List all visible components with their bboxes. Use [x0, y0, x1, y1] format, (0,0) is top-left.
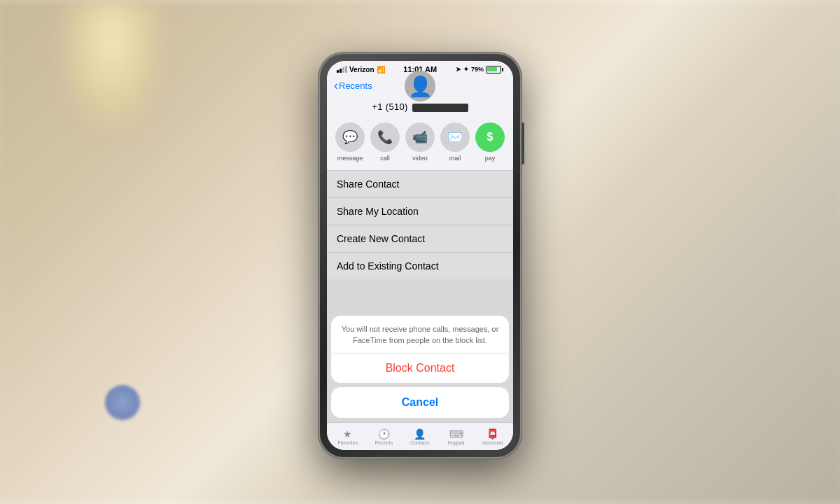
video-label: video [412, 155, 428, 162]
pay-button[interactable]: $ pay [475, 122, 505, 162]
signal-bars [337, 66, 347, 73]
avatar-person-icon: 👤 [408, 75, 433, 98]
contacts-label: Contacts [410, 440, 430, 445]
voicemail-label: Voicemail [482, 440, 503, 445]
mail-icon: ✉️ [440, 122, 470, 152]
block-sheet-card: You will not receive phone calls, messag… [331, 316, 509, 383]
action-buttons-row: 💬 message 📞 call 📹 video ✉️ [327, 115, 513, 171]
tab-favorites[interactable]: ★ Favorites [330, 428, 366, 445]
add-existing-item[interactable]: Add to Existing Contact [327, 253, 513, 279]
block-message: You will not receive phone calls, messag… [331, 316, 509, 354]
favorites-label: Favorites [337, 440, 358, 445]
video-icon: 📹 [405, 122, 435, 152]
message-button[interactable]: 💬 message [335, 122, 365, 162]
tab-contacts[interactable]: 👤 Contacts [402, 428, 438, 445]
bluetooth-icon: ✦ [463, 66, 469, 73]
message-label: message [337, 155, 363, 162]
video-button[interactable]: 📹 video [405, 122, 435, 162]
recents-label: Recents [375, 440, 393, 445]
block-contact-button[interactable]: Block Contact [331, 354, 509, 383]
carrier-label: Verizon [349, 66, 374, 74]
share-contact-item[interactable]: Share Contact [327, 171, 513, 198]
tab-recents[interactable]: 🕐 Recents [366, 428, 402, 445]
status-left: Verizon 📶 [337, 66, 385, 74]
voicemail-icon: 📮 [486, 428, 498, 440]
keypad-label: Keypad [448, 440, 465, 445]
pay-icon: $ [475, 122, 505, 152]
create-contact-label: Create New Contact [337, 233, 425, 244]
call-icon: 📞 [370, 122, 400, 152]
add-existing-label: Add to Existing Contact [337, 260, 439, 272]
contacts-icon: 👤 [414, 428, 426, 440]
recents-icon: 🕐 [378, 428, 390, 440]
cancel-card: Cancel [331, 387, 509, 418]
cancel-button[interactable]: Cancel [331, 387, 509, 418]
call-button[interactable]: 📞 call [370, 122, 400, 162]
share-contact-label: Share Contact [337, 178, 400, 190]
back-chevron-icon: ‹ [334, 79, 338, 92]
call-label: call [380, 155, 390, 162]
tab-keypad[interactable]: ⌨ Keypad [438, 428, 475, 445]
pay-label: pay [485, 155, 496, 162]
message-icon: 💬 [335, 122, 365, 152]
keypad-icon: ⌨ [449, 428, 463, 440]
tab-bar: ★ Favorites 🕐 Recents 👤 Contacts ⌨ Keypa… [327, 422, 513, 450]
wifi-icon: 📶 [377, 66, 385, 74]
location-icon: ➤ [456, 66, 461, 73]
back-label: Recents [339, 80, 372, 91]
phone-number: +1 (510) [372, 102, 468, 112]
contact-avatar: 👤 [405, 71, 435, 102]
battery-percent: 79% [471, 66, 484, 73]
status-right: ➤ ✦ 79% [456, 66, 503, 74]
tab-voicemail[interactable]: 📮 Voicemail [474, 428, 510, 445]
battery-icon [486, 66, 503, 74]
action-sheet: You will not receive phone calls, messag… [327, 316, 513, 422]
phone-prefix: +1 (510) [372, 102, 407, 112]
mail-label: mail [449, 155, 461, 162]
share-location-item[interactable]: Share My Location [327, 198, 513, 225]
create-contact-item[interactable]: Create New Contact [327, 225, 513, 253]
favorites-icon: ★ [343, 428, 352, 440]
back-button[interactable]: ‹ Recents [334, 79, 372, 92]
share-location-label: Share My Location [337, 206, 419, 217]
mail-button[interactable]: ✉️ mail [440, 122, 470, 162]
nav-bar: ‹ Recents 👤 [327, 76, 513, 96]
phone-number-redacted [412, 104, 468, 112]
